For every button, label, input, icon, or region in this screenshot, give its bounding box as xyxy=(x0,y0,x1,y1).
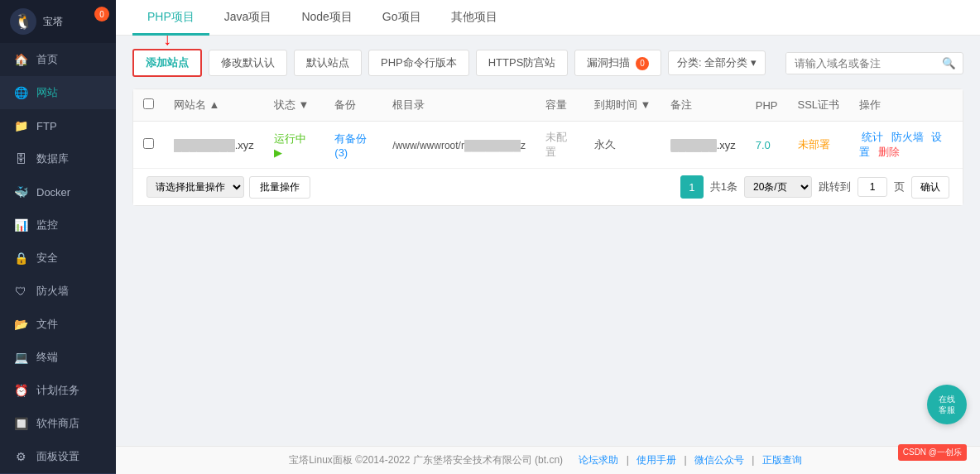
sidebar-item-softstore[interactable]: 🔲 软件商店 xyxy=(0,407,116,440)
scan-vuln-button[interactable]: 漏洞扫描 0 xyxy=(574,50,661,76)
sidebar-item-docker[interactable]: 🐳 Docker xyxy=(0,175,116,208)
modify-default-button[interactable]: 修改默认认 xyxy=(209,50,287,76)
tabs-bar: PHP项目 Java项目 Node项目 Go项目 其他项目 xyxy=(116,0,980,36)
row-backup: 有备份(3) xyxy=(324,122,382,169)
terminal-icon: 💻 xyxy=(13,350,28,365)
sidebar-item-terminal[interactable]: 💻 终端 xyxy=(0,341,116,374)
arrow-indicator: ↓ xyxy=(163,36,171,47)
sidebar-item-firewall[interactable]: 🛡 防火墙 xyxy=(0,275,116,308)
sidebar-item-label: 防火墙 xyxy=(36,284,69,299)
scan-vuln-label: 漏洞扫描 xyxy=(587,56,630,69)
row-check xyxy=(133,122,164,169)
sidebar-logo-text: 宝塔 xyxy=(43,15,63,29)
table-row: ████████.xyz 运行中 ▶ 有备份(3) /www/wwwroot/r… xyxy=(133,122,963,169)
footer-copyright: 宝塔Linux面板 ©2014-2022 广东堡塔安全技术有限公司 (bt.cn… xyxy=(289,454,563,466)
firewall-icon: 🛡 xyxy=(13,284,28,299)
row-actions: 统计 防火墙 设置 删除 xyxy=(849,122,963,169)
docker-icon: 🐳 xyxy=(13,184,28,199)
select-all-checkbox[interactable] xyxy=(143,98,154,109)
tab-node[interactable]: Node项目 xyxy=(286,0,367,36)
pagination-bar: 请选择批量操作 批量操作 1 共1条 20条/页 10条/页 50条/页 100… xyxy=(133,168,963,205)
sidebar-item-cron[interactable]: ⏰ 计划任务 xyxy=(0,374,116,407)
tab-php[interactable]: PHP项目 xyxy=(132,0,209,36)
row-status: 运行中 ▶ xyxy=(264,122,324,169)
sidebar-nav: 🏠 首页 🌐 网站 📁 FTP 🗄 数据库 🐳 Docker 📊 监控 🔒 安全 xyxy=(0,43,116,474)
sidebar: 🐧 宝塔 0 🏠 首页 🌐 网站 📁 FTP 🗄 数据库 🐳 Docker 📊 … xyxy=(0,0,116,474)
tab-java[interactable]: Java项目 xyxy=(209,0,287,36)
batch-action-button[interactable]: 批量操作 xyxy=(249,176,310,199)
status-running-text: 运行中 xyxy=(274,132,306,145)
col-status[interactable]: 状态 ▼ xyxy=(264,89,324,122)
col-php: PHP xyxy=(746,89,788,122)
footer-link-forum[interactable]: 论坛求助 xyxy=(579,454,618,466)
online-service-label: 在线客服 xyxy=(939,394,955,415)
sites-table-wrap: 网站名 ▲ 状态 ▼ 备份 根目录 容量 到期时间 ▼ 备注 PHP SSL证书… xyxy=(132,89,963,206)
batch-select-area: 请选择批量操作 批量操作 xyxy=(147,176,310,199)
notification-badge[interactable]: 0 xyxy=(94,7,109,22)
panel-icon: ⚙ xyxy=(13,449,28,464)
sidebar-item-label: 安全 xyxy=(36,251,58,266)
sidebar-item-files[interactable]: 📂 文件 xyxy=(0,308,116,341)
action-delete-link[interactable]: 删除 xyxy=(878,146,900,158)
sidebar-header: 🐧 宝塔 0 xyxy=(0,0,116,43)
sidebar-item-label: 计划任务 xyxy=(36,383,79,398)
sidebar-item-ftp[interactable]: 📁 FTP xyxy=(0,109,116,142)
csdn-badge[interactable]: CSDN @一创乐 xyxy=(898,444,967,461)
default-site-button[interactable]: 默认站点 xyxy=(294,50,362,76)
action-firewall-link[interactable]: 防火墙 xyxy=(891,131,924,143)
root-path-text: /www/wwwroot/r████████z xyxy=(392,140,526,151)
sidebar-logo: 🐧 xyxy=(10,8,36,35)
sidebar-item-monitor[interactable]: 📊 监控 xyxy=(0,208,116,242)
backup-link[interactable]: 有备份(3) xyxy=(334,132,367,159)
col-name[interactable]: 网站名 ▲ xyxy=(164,89,264,122)
row-ssl: 未部署 xyxy=(788,122,850,169)
search-button[interactable]: 🔍 xyxy=(935,53,963,74)
category-label: 分类: 全部分类 xyxy=(677,56,747,69)
footer-link-manual[interactable]: 使用手册 xyxy=(637,454,676,466)
content-area: ↓ 添加站点 修改默认认 默认站点 PHP命令行版本 HTTPS防宫站 漏洞扫描… xyxy=(116,36,980,446)
sidebar-item-home[interactable]: 🏠 首页 xyxy=(0,43,116,76)
row-expire: 永久 xyxy=(584,122,661,169)
per-page-select[interactable]: 20条/页 10条/页 50条/页 100条/页 xyxy=(744,176,812,198)
sites-table: 网站名 ▲ 状态 ▼ 备份 根目录 容量 到期时间 ▼ 备注 PHP SSL证书… xyxy=(133,89,963,168)
online-service-button[interactable]: 在线客服 xyxy=(927,385,967,424)
toolbar: ↓ 添加站点 修改默认认 默认站点 PHP命令行版本 HTTPS防宫站 漏洞扫描… xyxy=(132,49,963,77)
tab-other[interactable]: 其他项目 xyxy=(436,0,512,36)
category-select-button[interactable]: 分类: 全部分类 ▾ xyxy=(668,50,766,75)
row-root: /www/wwwroot/r████████z xyxy=(382,122,536,169)
search-box: 🔍 xyxy=(785,52,963,74)
col-check xyxy=(133,89,164,122)
tab-go[interactable]: Go项目 xyxy=(368,0,436,36)
search-input[interactable] xyxy=(786,53,935,74)
sidebar-item-security[interactable]: 🔒 安全 xyxy=(0,242,116,275)
footer-link-wechat[interactable]: 微信公众号 xyxy=(694,454,744,466)
home-icon: 🏠 xyxy=(13,52,28,67)
footer-link-verify[interactable]: 正版查询 xyxy=(762,454,802,466)
page-jump-input[interactable] xyxy=(858,177,887,197)
action-stats-link[interactable]: 统计 xyxy=(862,131,883,143)
current-page-btn[interactable]: 1 xyxy=(680,175,704,199)
php-version-text: 7.0 xyxy=(756,139,771,151)
size-not-configured: 未配置 xyxy=(545,131,567,158)
add-site-button[interactable]: 添加站点 xyxy=(132,49,202,77)
ssl-status-text[interactable]: 未部署 xyxy=(798,138,830,151)
col-expire[interactable]: 到期时间 ▼ xyxy=(584,89,661,122)
chevron-down-icon: ▾ xyxy=(751,56,757,69)
php-cmdline-button[interactable]: PHP命令行版本 xyxy=(368,50,469,76)
footer: 宝塔Linux面板 ©2014-2022 广东堡塔安全技术有限公司 (bt.cn… xyxy=(116,446,980,474)
col-note: 备注 xyxy=(661,89,745,122)
ftp-icon: 📁 xyxy=(13,118,28,133)
row-name: ████████.xyz xyxy=(164,122,264,169)
page-confirm-button[interactable]: 确认 xyxy=(911,176,949,199)
website-icon: 🌐 xyxy=(13,85,28,100)
sidebar-item-label: 终端 xyxy=(36,350,58,365)
sidebar-item-label: 首页 xyxy=(36,52,58,67)
sidebar-item-label: 面板设置 xyxy=(36,449,79,464)
sidebar-item-panel[interactable]: ⚙ 面板设置 xyxy=(0,440,116,473)
sidebar-item-website[interactable]: 🌐 网站 xyxy=(0,76,116,109)
sidebar-item-database[interactable]: 🗄 数据库 xyxy=(0,142,116,175)
row-checkbox[interactable] xyxy=(143,138,154,149)
https-defense-button[interactable]: HTTPS防宫站 xyxy=(476,50,569,76)
batch-operation-select[interactable]: 请选择批量操作 xyxy=(147,176,244,198)
page-unit-label: 页 xyxy=(894,180,905,194)
